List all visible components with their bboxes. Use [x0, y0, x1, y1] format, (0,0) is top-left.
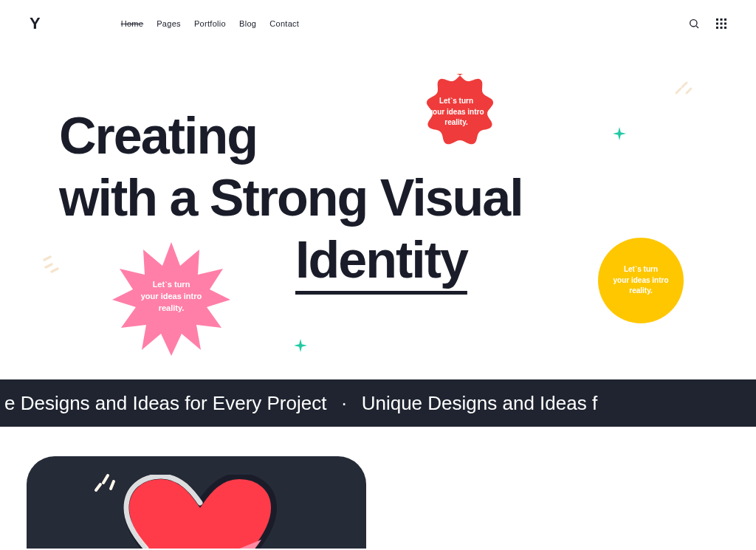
badge-line: reality.	[428, 117, 484, 128]
marquee-text: Unique Designs and Ideas f	[357, 392, 602, 415]
svg-rect-2	[716, 18, 718, 21]
feature-card[interactable]	[27, 456, 366, 549]
badge-line: Let`s turn	[428, 96, 484, 107]
marquee-banner: e Designs and Ideas for Every Project · …	[0, 379, 756, 427]
badge-text: Let`s turn your ideas intro reality.	[613, 264, 668, 297]
nav-item-portfolio[interactable]: Portfolio	[194, 19, 226, 28]
svg-rect-4	[724, 18, 726, 21]
sparkle-lines-decoration	[92, 470, 118, 499]
nav-item-home[interactable]: Home	[121, 19, 144, 28]
badge-line: reality.	[613, 286, 668, 297]
hero-headline: Creating with a Strong Visual Identity	[59, 105, 523, 291]
svg-line-1	[696, 26, 698, 28]
nav-item-blog[interactable]: Blog	[239, 19, 256, 28]
headline-line-2: with a Strong Visual	[59, 169, 523, 227]
search-button[interactable]	[688, 18, 700, 30]
svg-rect-9	[721, 27, 723, 29]
grid-icon	[716, 18, 726, 29]
sparkle-icon	[613, 127, 626, 140]
badge-line: reality.	[141, 303, 202, 314]
marquee-text: e Designs and Ideas for Every Project	[0, 392, 331, 415]
svg-point-0	[690, 20, 697, 27]
svg-line-19	[103, 475, 108, 483]
site-header: Y Home Pages Portfolio Blog Contact	[0, 0, 756, 47]
marquee-separator: ·	[331, 392, 357, 415]
svg-line-16	[52, 269, 58, 272]
badge-line: Let`s turn	[613, 264, 668, 275]
sparkle-lines-decoration	[673, 77, 694, 100]
svg-rect-6	[721, 23, 723, 25]
badge-line: your ideas intro	[428, 107, 484, 118]
svg-rect-3	[721, 18, 723, 21]
headline-line-3: Identity	[295, 231, 467, 289]
hero-section: Let`s turn your ideas intro reality. Let…	[0, 47, 756, 379]
nav-item-pages[interactable]: Pages	[157, 19, 181, 28]
menu-grid-button[interactable]	[716, 18, 726, 29]
badge-line: your ideas intro	[613, 275, 668, 286]
svg-line-20	[111, 481, 114, 489]
svg-line-15	[46, 264, 52, 267]
badge-line: your ideas intro	[141, 291, 202, 303]
heart-icon	[123, 475, 278, 549]
svg-rect-7	[724, 23, 726, 25]
badge-line: Let`s turn	[141, 279, 202, 291]
badge-text: Let`s turn your ideas intro reality.	[141, 279, 202, 314]
svg-line-13	[687, 89, 691, 93]
nav-item-contact[interactable]: Contact	[269, 19, 299, 28]
primary-nav: Home Pages Portfolio Blog Contact	[121, 19, 300, 28]
header-actions	[688, 18, 726, 30]
svg-rect-5	[716, 23, 718, 25]
search-icon	[688, 18, 700, 30]
badge-text: Let`s turn your ideas intro reality.	[428, 96, 484, 128]
svg-rect-8	[716, 27, 718, 29]
badge-yellow: Let`s turn your ideas intro reality.	[598, 238, 684, 323]
svg-line-11	[676, 89, 681, 93]
svg-line-14	[44, 257, 50, 260]
svg-line-12	[682, 83, 687, 87]
svg-line-18	[96, 484, 100, 490]
feature-card-section	[0, 427, 756, 549]
sparkle-icon	[294, 339, 307, 352]
headline-line-1: Creating	[59, 107, 257, 165]
svg-rect-10	[724, 27, 726, 29]
site-logo[interactable]: Y	[30, 14, 40, 33]
